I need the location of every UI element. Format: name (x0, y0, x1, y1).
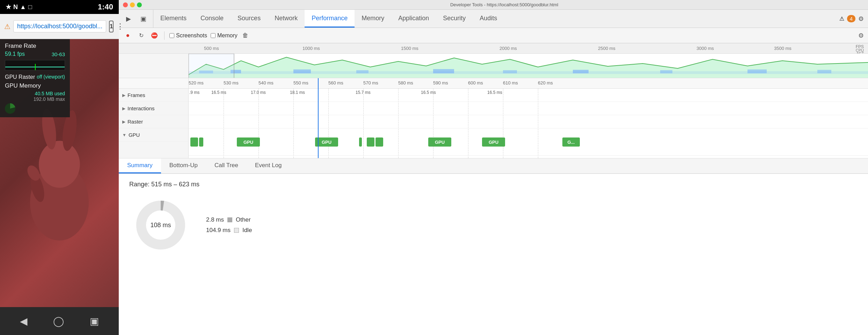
performance-toolbar: ● ↻ ⛔ Screenshots Memory 🗑 ⚙ (119, 28, 868, 43)
tl-label-interactions[interactable]: ▶ Interactions (119, 102, 188, 115)
clear-button[interactable]: ⛔ (149, 31, 159, 40)
gpu-block-5: GPU (482, 137, 505, 147)
tab-count-button[interactable]: 1 (109, 21, 114, 32)
tab-elements[interactable]: Elements (153, 10, 194, 28)
memory-checkbox-label[interactable]: Memory (211, 32, 238, 39)
rabbit-svg (14, 100, 105, 246)
bottom-tab-bar: Summary Bottom-Up Call Tree Event Log (119, 158, 868, 174)
url-bar[interactable]: https://localhost:5000/goodbl... (13, 20, 106, 32)
bluetooth-icon: ★ (6, 3, 11, 11)
frame-timing-3: 18.1 ms (290, 90, 305, 95)
svg-rect-15 (747, 69, 767, 73)
reload-record-button[interactable]: ↻ (136, 31, 146, 40)
tab-performance[interactable]: Performance (305, 10, 355, 28)
tl-time-axis-row (119, 78, 188, 89)
time-display: 1:40 (98, 2, 113, 12)
interactions-track (189, 102, 868, 115)
device-toggle-button[interactable]: ▣ (137, 13, 149, 25)
overview-area[interactable] (119, 54, 868, 78)
minimize-window-button[interactable] (130, 2, 135, 7)
bottom-content: Range: 515 ms – 623 ms (119, 174, 868, 335)
gpu-block-3a (359, 137, 362, 147)
delete-recording-button[interactable]: 🗑 (242, 32, 248, 39)
tab-application[interactable]: Application (391, 10, 436, 28)
svg-rect-9 (293, 69, 311, 73)
ruler-tick-2000: 2000 ms (499, 46, 517, 51)
legend-idle: 104.9 ms Idle (206, 227, 252, 234)
overview-chart[interactable] (189, 54, 868, 78)
mobile-nav-bar: ◀ ◯ ▣ (0, 307, 119, 335)
tab-audits[interactable]: Audits (473, 10, 504, 28)
gpu-block-3b (367, 137, 374, 147)
tl-label-frames[interactable]: ▶ Frames (119, 89, 188, 102)
screenshots-checkbox-label[interactable]: Screenshots (169, 32, 207, 39)
interactions-expand-arrow: ▶ (122, 106, 125, 111)
legend-other: 2.8 ms Other (206, 216, 252, 223)
fps-row: 59.1 fps 30-63 (5, 51, 65, 57)
playhead-line[interactable] (318, 78, 319, 158)
gpu-memory-max: 192.0 MB max (34, 96, 65, 102)
frame-timing-1: 16.5 ms (211, 90, 226, 95)
svg-point-1 (39, 141, 80, 188)
frame-timing-5: 16.5 ms (421, 90, 436, 95)
frames-track: .9 ms 16.5 ms 17.0 ms 18.1 ms 15.7 ms 16… (189, 89, 868, 102)
ruler-tick-500: 500 ms (204, 46, 219, 51)
memory-checkbox[interactable] (211, 33, 216, 38)
mobile-status-bar: ★ N ▲ □ 1:40 (0, 0, 119, 14)
tab-bottom-up[interactable]: Bottom-Up (161, 158, 206, 173)
close-window-button[interactable] (123, 2, 128, 7)
more-menu-button[interactable]: ⋮ (116, 22, 124, 31)
frame-rate-title: Frame Rate (5, 43, 65, 50)
ruler-tick-3000: 3000 ms (696, 46, 714, 51)
tab-event-log[interactable]: Event Log (247, 158, 290, 173)
settings-icon[interactable]: ⚙ (858, 15, 864, 23)
gpu-raster-row: GPU Raster off (viewport) (5, 74, 65, 80)
tick-570: 570 ms (363, 80, 378, 85)
tab-summary[interactable]: Summary (119, 158, 161, 173)
pie-area: 108 ms 2.8 ms Other 104.9 ms Idle (129, 194, 858, 256)
cursor-tool-button[interactable]: ▶ (122, 13, 135, 25)
raster-expand-arrow: ▶ (122, 119, 125, 124)
screenshots-checkbox[interactable] (169, 33, 174, 38)
overview-svg (189, 54, 868, 78)
gpu-expand-arrow: ▼ (122, 133, 126, 137)
toolbar-separator (164, 31, 165, 40)
tab-console[interactable]: Console (194, 10, 231, 28)
maximize-window-button[interactable] (137, 2, 142, 7)
gpu-memory-row: 40.5 MB used (5, 91, 65, 96)
gpu-block-0b (199, 137, 203, 147)
mobile-content: Frame Rate 59.1 fps 30-63 GPU Raster off… (0, 39, 119, 307)
window-title: Developer Tools - https://localhost:5000… (145, 2, 864, 7)
tab-sources[interactable]: Sources (231, 10, 268, 28)
mobile-frame: ★ N ▲ □ 1:40 ⚠ https://localhost:5000/go… (0, 0, 119, 335)
recents-button[interactable]: ▣ (90, 315, 99, 327)
tabs-list: Elements Console Sources Network Perform… (153, 10, 835, 28)
home-button[interactable]: ◯ (53, 315, 64, 327)
tl-label-gpu[interactable]: ▼ GPU (119, 128, 188, 142)
gpu-block-0 (190, 137, 198, 147)
svg-rect-13 (573, 70, 589, 73)
tl-label-raster[interactable]: ▶ Raster (119, 115, 188, 128)
tick-620: 620 ms (538, 80, 553, 85)
timeline-tracks[interactable]: 520 ms 530 ms 540 ms 550 ms 560 ms 570 m… (189, 78, 868, 158)
tab-network[interactable]: Network (268, 10, 305, 28)
tick-590: 590 ms (433, 80, 448, 85)
timeline-labels: ▶ Frames ▶ Interactions ▶ Raster ▼ GPU (119, 78, 189, 158)
tab-call-tree[interactable]: Call Tree (206, 158, 247, 173)
timeline-main: ▶ Frames ▶ Interactions ▶ Raster ▼ GPU (119, 78, 868, 158)
frames-expand-arrow: ▶ (122, 93, 125, 98)
performance-settings-button[interactable]: ⚙ (858, 32, 864, 39)
idle-color-box (234, 228, 239, 233)
pie-chart: 108 ms (129, 194, 192, 256)
record-button[interactable]: ● (123, 31, 133, 40)
tab-security[interactable]: Security (436, 10, 473, 28)
tab-memory[interactable]: Memory (355, 10, 391, 28)
traffic-light-controls (123, 2, 142, 7)
svg-rect-11 (433, 69, 454, 73)
gpu-block-3c (375, 137, 383, 147)
gpu-overlay-panel: Frame Rate 59.1 fps 30-63 GPU Raster off… (0, 39, 70, 117)
gpu-memory-pie (5, 103, 15, 114)
back-button[interactable]: ◀ (20, 315, 28, 327)
detail-ruler: 520 ms 530 ms 540 ms 550 ms 560 ms 570 m… (189, 78, 868, 89)
security-warning-icon: ⚠ (4, 22, 10, 31)
